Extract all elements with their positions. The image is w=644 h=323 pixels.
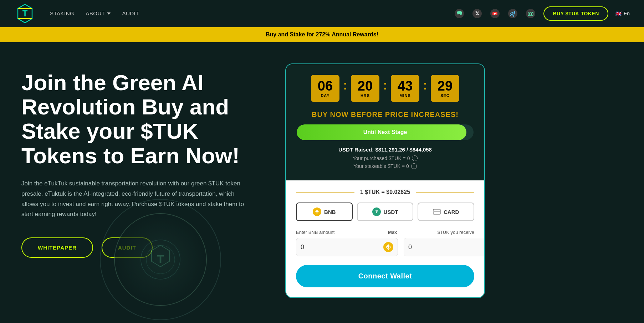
hero-section: Join the Green AI Revolution Buy and Sta… [21,63,271,306]
announcement-bar: Buy and Stake for 272% Annual Rewards! [0,27,644,42]
main-content: Join the Green AI Revolution Buy and Sta… [0,42,644,320]
svg-point-14 [532,12,533,13]
countdown-sep-3: : [423,78,427,93]
widget-bottom: 1 $TUK = $0.02625 [286,180,484,297]
tuk-input-wrapper: T [404,238,485,256]
tuk-receive-input[interactable] [408,243,485,251]
deco-inner: T [114,213,207,306]
stakeable-tuk: Your stakeable $TUK = 0 i [297,163,474,169]
flag-icon: 🇬🇧 [615,11,622,16]
progress-bar-label: Until Next Stage [363,129,407,135]
countdown-secs: 29 SEC [431,75,459,102]
countdown-mins: 43 MINS [391,75,419,102]
connect-wallet-button[interactable]: Connect Wallet [296,265,474,287]
card-icon [433,209,441,215]
rate-text: 1 $TUK = $0.02625 [354,189,416,195]
countdown-days: 06 DAY [311,75,339,102]
nav-about[interactable]: ABOUT [86,10,111,16]
language-selector[interactable]: 🇬🇧 En [615,11,630,16]
svg-text:𝕏: 𝕏 [475,11,480,16]
camera-icon[interactable] [525,8,536,19]
nav-left: T STAKING ABOUT AUDIT [14,3,139,24]
widget-top: 06 DAY : 20 HRS : 43 MINS : 29 [286,64,484,180]
svg-text:₮: ₮ [375,210,378,214]
lang-label: En [624,11,630,16]
bnb-input-label: Enter BNB amount [296,230,382,235]
nav-right: 𝕏 [454,6,630,21]
svg-text:T: T [157,253,164,266]
discord-icon[interactable] [454,8,465,19]
tab-card[interactable]: CARD [418,202,474,221]
countdown-hours: 20 HRS [351,75,379,102]
tab-usdt-label: USDT [384,209,398,215]
payment-tabs: BNB ₮ USDT [296,202,474,221]
social-icons: 𝕏 [454,8,536,19]
navbar: T STAKING ABOUT AUDIT [0,0,644,27]
purchased-tuk: Your purchased $TUK = 0 i [297,155,474,161]
progress-bar-container: Until Next Stage [297,124,474,140]
stats: USDT Raised: $811,291.26 / $844,058 Your… [297,147,474,169]
input-labels: Enter BNB amount Max $TUK you receive [296,230,474,235]
svg-point-11 [526,9,535,18]
nav-staking[interactable]: STAKING [50,10,74,16]
decorative-circle: T [100,199,221,320]
buy-now-text: BUY NOW BEFORE PRICE INCREASES! [297,111,474,119]
youtube-icon[interactable] [489,8,501,19]
nav-links: STAKING ABOUT AUDIT [50,10,139,16]
tab-bnb[interactable]: BNB [296,202,353,221]
purchase-widget: 06 DAY : 20 HRS : 43 MINS : 29 [285,63,485,306]
tab-usdt[interactable]: ₮ USDT [357,202,414,221]
rate-divider-left [296,192,354,193]
widget-container: 06 DAY : 20 HRS : 43 MINS : 29 [285,63,485,298]
bnb-amount-input[interactable] [301,243,383,251]
svg-rect-28 [433,211,440,212]
usdt-raised: USDT Raised: $811,291.26 / $844,058 [297,147,474,153]
tuk-input-label: Max $TUK you receive [388,230,474,235]
chevron-down-icon [107,12,111,15]
buy-tuk-button[interactable]: BUY $TUK TOKEN [543,6,608,21]
nav-audit[interactable]: AUDIT [122,10,139,16]
twitter-x-icon[interactable]: 𝕏 [471,8,483,19]
countdown: 06 DAY : 20 HRS : 43 MINS : 29 [297,75,474,102]
purchased-info-icon[interactable]: i [412,155,418,161]
logo[interactable]: T [14,3,36,24]
bnb-icon [313,207,321,216]
stakeable-info-icon[interactable]: i [411,163,417,169]
input-row: T [296,238,474,256]
usdt-icon: ₮ [372,207,381,216]
countdown-sep-2: : [383,78,387,93]
svg-text:T: T [22,9,28,18]
rate-divider-right [416,192,474,193]
bnb-coin-icon [383,242,393,252]
hero-title: Join the Green AI Revolution Buy and Sta… [21,71,271,168]
bnb-input-wrapper [296,238,398,256]
tab-bnb-label: BNB [324,209,336,215]
tab-card-label: CARD [444,209,459,215]
rate-display: 1 $TUK = $0.02625 [296,189,474,195]
countdown-sep-1: : [343,78,347,93]
whitepaper-button[interactable]: WHITEPAPER [21,237,93,258]
telegram-icon[interactable] [507,8,518,19]
